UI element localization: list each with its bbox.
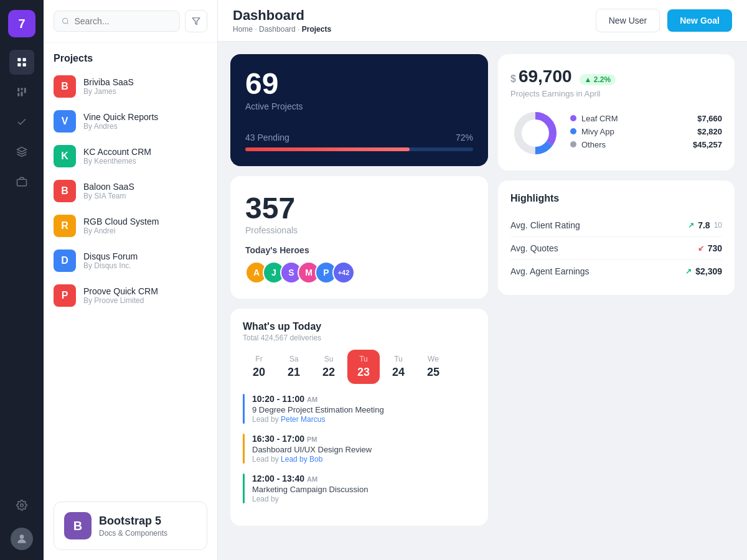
legend-item: Leaf CRM $7,660 — [570, 114, 722, 123]
event-time: 10:20 - 11:00 AM — [252, 394, 476, 404]
main-content: 69 Active Projects 43 Pending 72% 357 Pr… — [218, 42, 747, 560]
user-avatar[interactable] — [11, 528, 33, 550]
nav-icon-dashboard[interactable] — [9, 80, 34, 105]
cal-day-num: 24 — [392, 366, 405, 379]
nav-icon-layers[interactable] — [9, 139, 34, 164]
legend-amount: $45,257 — [693, 140, 722, 149]
nav-icon-briefcase[interactable] — [9, 169, 34, 194]
legend-amount: $7,660 — [697, 114, 722, 123]
svg-point-12 — [20, 534, 24, 539]
project-icon: B — [54, 180, 76, 202]
donut-legend: Leaf CRM $7,660 Mivy App $2,820 Others $… — [570, 114, 722, 153]
project-name: Briviba SaaS — [83, 77, 207, 87]
calendar-day[interactable]: Sa 21 — [278, 350, 310, 384]
calendar-day[interactable]: Su 22 — [312, 350, 345, 384]
earnings-label: Projects Earnings in April — [510, 89, 722, 98]
project-item[interactable]: K KC Account CRM By Keenthemes — [44, 139, 217, 174]
highlights-list: Avg. Client Rating ↗ 7.8 10 Avg. Quotes … — [510, 214, 722, 282]
legend-dot — [570, 128, 576, 134]
svg-rect-4 — [17, 88, 19, 91]
calendar-sub: Total 424,567 deliveries — [243, 334, 476, 342]
event-lead: Lead by Peter Marcus — [252, 415, 476, 424]
search-box[interactable] — [54, 11, 180, 32]
calendar-day[interactable]: We 25 — [417, 350, 449, 384]
breadcrumb-area: Dashboard Home · Dashboard · Projects — [233, 7, 596, 34]
project-item[interactable]: D Disqus Forum By Disqus Inc. — [44, 243, 217, 278]
project-icon: B — [54, 75, 76, 98]
bootstrap-logo: B — [64, 512, 92, 539]
project-by: By Proove Limited — [83, 296, 207, 305]
svg-point-11 — [21, 504, 24, 507]
top-bar: Dashboard Home · Dashboard · Projects Ne… — [218, 0, 747, 42]
legend-amount: $2,820 — [697, 127, 722, 136]
donut-svg — [510, 108, 560, 158]
trend-icon: ↗ — [685, 267, 692, 276]
hero-more: +42 — [332, 261, 355, 284]
breadcrumb-home[interactable]: Home — [233, 25, 253, 34]
legend-dot — [570, 141, 576, 147]
filter-icon — [192, 17, 200, 26]
active-projects-number: 69 — [245, 69, 473, 99]
cal-day-num: 20 — [253, 366, 265, 379]
project-item[interactable]: V Vine Quick Reports By Andres — [44, 104, 217, 139]
calendar-events: 10:20 - 11:00 AM 9 Degree Project Estima… — [243, 394, 476, 503]
progress-percent: 72% — [456, 133, 473, 142]
project-item[interactable]: B Baloon SaaS By SIA Team — [44, 174, 217, 208]
project-info: KC Account CRM By Keenthemes — [83, 147, 207, 166]
cal-day-num: 23 — [357, 366, 370, 379]
highlight-value: ↗ $2,309 — [685, 266, 722, 276]
new-user-button[interactable]: New User — [596, 9, 660, 32]
project-name: Baloon SaaS — [83, 182, 207, 192]
legend-name: Leaf CRM — [581, 114, 618, 123]
highlight-label: Avg. Quotes — [510, 243, 558, 253]
legend-item: Mivy App $2,820 — [570, 127, 722, 136]
cal-day-name: Tu — [359, 355, 368, 363]
event-lead-link[interactable]: Lead by Bob — [281, 455, 322, 464]
calendar-title: What's up Today — [243, 321, 476, 332]
breadcrumb: Home · Dashboard · Projects — [233, 25, 596, 34]
svg-rect-1 — [23, 58, 26, 61]
svg-rect-0 — [17, 58, 21, 61]
legend-item: Others $45,257 — [570, 140, 722, 149]
cal-day-name: Tu — [394, 355, 403, 363]
highlight-label: Avg. Client Rating — [510, 220, 580, 230]
nav-icon-check[interactable] — [9, 110, 34, 134]
cal-day-num: 25 — [427, 366, 439, 379]
earnings-value: 69,700 — [519, 67, 572, 86]
progress-bar-container — [245, 147, 473, 151]
trend-icon: ↗ — [688, 221, 694, 230]
nav-icon-settings[interactable] — [9, 493, 34, 518]
cal-day-num: 22 — [322, 366, 335, 379]
calendar-day[interactable]: Fr 20 — [243, 350, 275, 384]
earnings-amount: $ 69,700 ▲ 2.2% — [510, 67, 722, 86]
project-item[interactable]: R RGB Cloud System By Andrei — [44, 208, 217, 243]
search-input[interactable] — [74, 16, 172, 26]
project-info: Briviba SaaS By James — [83, 77, 207, 96]
bootstrap-title: Bootstrap 5 — [99, 515, 167, 528]
svg-point-13 — [63, 18, 68, 23]
professionals-label: Professionals — [245, 225, 473, 235]
page-title: Dashboard — [233, 7, 596, 24]
project-item[interactable]: B Briviba SaaS By James — [44, 69, 217, 104]
legend-dot — [570, 115, 576, 121]
project-icon: P — [54, 284, 76, 307]
event-time: 12:00 - 13:40 AM — [252, 474, 476, 483]
event-ampm: PM — [307, 436, 317, 443]
new-goal-button[interactable]: New Goal — [667, 9, 732, 32]
bootstrap-banner[interactable]: B Bootstrap 5 Docs & Components — [54, 502, 207, 550]
nav-icon-grid[interactable] — [9, 50, 34, 75]
project-by: By Andres — [83, 122, 207, 131]
breadcrumb-dashboard[interactable]: Dashboard — [259, 25, 296, 34]
event-lead-link[interactable]: Peter Marcus — [281, 415, 325, 424]
calendar-days: Fr 20 Sa 21 Su 22 Tu 23 Tu 24 We 25 — [243, 350, 476, 384]
project-by: By Andrei — [83, 226, 207, 235]
calendar-day[interactable]: Tu 23 — [347, 350, 380, 384]
filter-button[interactable] — [185, 10, 207, 32]
project-item[interactable]: P Proove Quick CRM By Proove Limited — [44, 278, 217, 313]
sidebar-header — [44, 0, 217, 43]
breadcrumb-projects[interactable]: Projects — [302, 25, 331, 34]
nav-avatar[interactable]: 7 — [8, 10, 35, 37]
svg-rect-6 — [24, 88, 26, 93]
calendar-day[interactable]: Tu 24 — [382, 350, 415, 384]
event-ampm: AM — [307, 475, 317, 483]
